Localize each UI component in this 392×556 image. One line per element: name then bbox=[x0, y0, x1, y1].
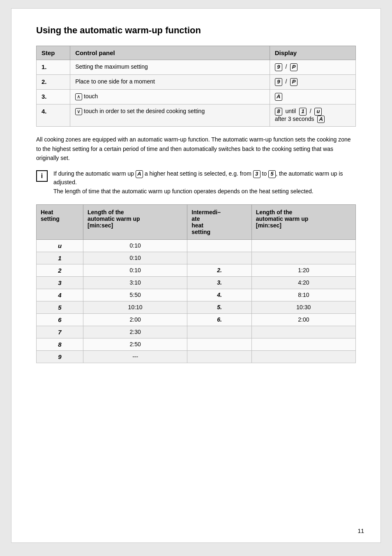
page-number: 11 bbox=[357, 528, 364, 534]
inter-length-value bbox=[251, 326, 355, 338]
body-text: All cooking zones are equipped with an a… bbox=[36, 135, 356, 162]
heat-table-row: 20:102.1:20 bbox=[37, 264, 356, 276]
warmup-length: 2:30 bbox=[83, 326, 187, 338]
step-1: 1. bbox=[42, 63, 47, 70]
table-row: 2. Place to one side for a moment 9 / P bbox=[37, 74, 356, 89]
heat-value: u bbox=[37, 239, 83, 252]
heat-setting-header: Heatsetting bbox=[37, 204, 83, 239]
icon-9: 9 bbox=[275, 63, 282, 71]
heat-value: 6 bbox=[37, 313, 83, 326]
heat-value: 4 bbox=[37, 289, 83, 301]
warmup-length: 0:10 bbox=[83, 264, 187, 276]
heat-value: 2 bbox=[37, 264, 83, 276]
inter-length-value: 4:20 bbox=[251, 276, 355, 289]
icon-1: 1 bbox=[299, 108, 307, 116]
heat-table-row: 82:50 bbox=[37, 338, 356, 350]
chevron-down-icon: ∨ bbox=[75, 108, 82, 116]
heat-table: Heatsetting Length of theautomatic warm … bbox=[36, 204, 356, 363]
step-table: Step Control panel Display 1. Setting th… bbox=[36, 46, 356, 127]
display-4: 8 until 1 / u after 3 seconds A bbox=[270, 104, 355, 127]
inter-heat-value bbox=[187, 326, 251, 338]
control-4: ∨ touch in order to set the desired cook… bbox=[70, 104, 270, 127]
inter-length-value bbox=[251, 252, 355, 264]
control-1: Setting the maximum setting bbox=[70, 60, 270, 75]
table-row: 4. ∨ touch in order to set the desired c… bbox=[37, 104, 356, 127]
inter-heat-value: 2. bbox=[187, 264, 251, 276]
inter-heat-value bbox=[187, 350, 251, 363]
inter-length-header: Length of theautomatic warm up[min:sec] bbox=[251, 204, 355, 239]
page: Using the automatic warm-up function Ste… bbox=[11, 8, 381, 543]
heat-value: 5 bbox=[37, 301, 83, 313]
warmup-length: 3:10 bbox=[83, 276, 187, 289]
inter-heat-value: 3. bbox=[187, 276, 251, 289]
inter-length-value: 8:10 bbox=[251, 289, 355, 301]
page-title: Using the automatic warm-up function bbox=[36, 25, 356, 36]
icon-5-inline: 5 bbox=[268, 170, 276, 178]
table-row: 3. ∧ touch A bbox=[37, 89, 356, 104]
icon-A: A bbox=[275, 93, 282, 101]
heat-value: 7 bbox=[37, 326, 83, 338]
warmup-length: 0:10 bbox=[83, 252, 187, 264]
warmup-length: 10:10 bbox=[83, 301, 187, 313]
heat-table-row: 62:006.2:00 bbox=[37, 313, 356, 326]
auto-warmup-length-header: Length of theautomatic warm up[min:sec] bbox=[83, 204, 187, 239]
icon-Pb: P bbox=[290, 78, 297, 86]
step-2: 2. bbox=[42, 78, 47, 85]
icon-3-inline: 3 bbox=[253, 170, 261, 178]
heat-value: 9 bbox=[37, 350, 83, 363]
inter-heat-value: 5. bbox=[187, 301, 251, 313]
heat-table-row: 9--- bbox=[37, 350, 356, 363]
inter-heat-value bbox=[187, 252, 251, 264]
step-3: 3. bbox=[42, 93, 47, 100]
display-3: A bbox=[270, 89, 355, 104]
heat-table-row: 510:105.10:30 bbox=[37, 301, 356, 313]
icon-A-inline: A bbox=[136, 170, 143, 178]
heat-value: 1 bbox=[37, 252, 83, 264]
heat-table-row: 72:30 bbox=[37, 326, 356, 338]
table-row: 1. Setting the maximum setting 9 / P bbox=[37, 60, 356, 75]
step-4: 4. bbox=[42, 108, 47, 115]
chevron-up-icon: ∧ bbox=[75, 93, 82, 101]
heat-table-row: 10:10 bbox=[37, 252, 356, 264]
heat-value: 8 bbox=[37, 338, 83, 350]
step-header: Step bbox=[37, 46, 70, 60]
inter-length-value bbox=[251, 350, 355, 363]
control-header: Control panel bbox=[70, 46, 270, 60]
icon-u: u bbox=[314, 108, 322, 116]
inter-length-value: 2:00 bbox=[251, 313, 355, 326]
info-box: i If during the automatic warm up A a hi… bbox=[36, 169, 356, 196]
inter-length-value bbox=[251, 239, 355, 252]
heat-table-row: u0:10 bbox=[37, 239, 356, 252]
icon-9b: 9 bbox=[275, 78, 282, 86]
icon-P: P bbox=[290, 63, 297, 71]
info-line-2: The length of time that the automatic wa… bbox=[53, 188, 314, 195]
inter-length-value: 10:30 bbox=[251, 301, 355, 313]
inter-heat-header: Intermedi–ateheatsetting bbox=[187, 204, 251, 239]
icon-Ab: A bbox=[317, 116, 325, 123]
display-header: Display bbox=[270, 46, 355, 60]
heat-table-row: 45:504.8:10 bbox=[37, 289, 356, 301]
warmup-length: --- bbox=[83, 350, 187, 363]
inter-heat-value: 6. bbox=[187, 313, 251, 326]
inter-heat-value bbox=[187, 239, 251, 252]
info-icon: i bbox=[36, 170, 48, 182]
inter-heat-value: 4. bbox=[187, 289, 251, 301]
warmup-length: 2:50 bbox=[83, 338, 187, 350]
control-3: ∧ touch bbox=[70, 89, 270, 104]
display-2: 9 / P bbox=[270, 74, 355, 89]
heat-table-row: 33:103.4:20 bbox=[37, 276, 356, 289]
control-2: Place to one side for a moment bbox=[70, 74, 270, 89]
warmup-length: 2:00 bbox=[83, 313, 187, 326]
info-text: If during the automatic warm up A a high… bbox=[53, 169, 356, 196]
inter-length-value bbox=[251, 338, 355, 350]
warmup-length: 0:10 bbox=[83, 239, 187, 252]
warmup-length: 5:50 bbox=[83, 289, 187, 301]
heat-value: 3 bbox=[37, 276, 83, 289]
info-line-1: If during the automatic warm up A a high… bbox=[53, 170, 343, 186]
inter-heat-value bbox=[187, 338, 251, 350]
inter-length-value: 1:20 bbox=[251, 264, 355, 276]
display-1: 9 / P bbox=[270, 60, 355, 75]
icon-8: 8 bbox=[275, 108, 282, 116]
